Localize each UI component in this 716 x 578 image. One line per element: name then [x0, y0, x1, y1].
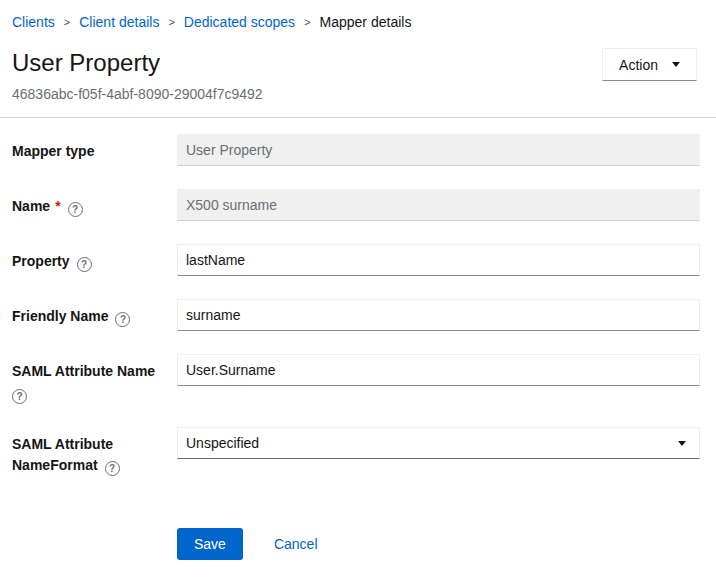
field-label-cell-friendly-name: Friendly Name? [0, 299, 177, 331]
field-control-cell-name [177, 189, 700, 221]
required-indicator: * [55, 198, 60, 214]
field-label-name: Name [12, 198, 50, 214]
breadcrumb-separator: > [168, 14, 174, 30]
select-value-saml-attribute-nameformat: Unspecified [186, 435, 259, 451]
input-mapper-type [177, 134, 700, 166]
field-label-cell-name: Name*? [0, 189, 177, 221]
field-label-mapper-type: Mapper type [12, 143, 94, 159]
help-icon[interactable]: ? [77, 257, 92, 272]
breadcrumb-separator: > [64, 14, 70, 30]
field-control-cell-property [177, 244, 700, 276]
form-row-property: Property? [0, 244, 716, 276]
help-icon[interactable]: ? [68, 202, 83, 217]
field-label-cell-mapper-type: Mapper type [0, 134, 177, 166]
help-icon[interactable]: ? [105, 461, 120, 476]
form-actions: Save Cancel [0, 528, 716, 560]
page-title: User Property [12, 48, 263, 78]
breadcrumb: Clients>Client details>Dedicated scopes>… [0, 0, 716, 30]
field-label-cell-saml-attribute-name: SAML Attribute Name? [0, 354, 177, 404]
breadcrumb-separator: > [304, 14, 310, 30]
field-label-property: Property [12, 253, 70, 269]
select-saml-attribute-nameformat[interactable]: Unspecified [177, 427, 700, 459]
field-control-cell-mapper-type [177, 134, 700, 166]
help-icon[interactable]: ? [115, 312, 130, 327]
breadcrumb-item-mapper-details: Mapper details [320, 14, 412, 30]
breadcrumb-item-clients[interactable]: Clients [12, 14, 55, 30]
mapper-id: 46836abc-f05f-4abf-8090-29004f7c9492 [12, 86, 263, 102]
mapper-form: Mapper typeName*?Property?Friendly Name?… [0, 118, 716, 476]
breadcrumb-item-dedicated-scopes[interactable]: Dedicated scopes [184, 14, 295, 30]
input-friendly-name[interactable] [177, 299, 700, 331]
cancel-link[interactable]: Cancel [274, 536, 318, 552]
breadcrumb-item-client-details[interactable]: Client details [79, 14, 159, 30]
action-dropdown-button[interactable]: Action [602, 48, 697, 81]
field-label-saml-attribute-nameformat: SAML Attribute NameFormat [12, 436, 113, 473]
help-icon[interactable]: ? [12, 389, 27, 404]
title-block: User Property 46836abc-f05f-4abf-8090-29… [12, 48, 263, 102]
input-name [177, 189, 700, 221]
form-row-saml-attribute-nameformat: SAML Attribute NameFormat?Unspecified [0, 427, 716, 476]
form-row-friendly-name: Friendly Name? [0, 299, 716, 331]
field-control-cell-friendly-name [177, 299, 700, 331]
field-label-saml-attribute-name: SAML Attribute Name [12, 363, 155, 379]
caret-down-icon [672, 62, 680, 67]
action-dropdown-label: Action [619, 57, 658, 73]
page-header: User Property 46836abc-f05f-4abf-8090-29… [0, 30, 716, 102]
field-label-cell-property: Property? [0, 244, 177, 276]
save-button[interactable]: Save [177, 528, 243, 560]
form-row-mapper-type: Mapper type [0, 134, 716, 166]
input-saml-attribute-name[interactable] [177, 354, 700, 386]
field-control-cell-saml-attribute-nameformat: Unspecified [177, 427, 700, 476]
form-row-name: Name*? [0, 189, 716, 221]
field-control-cell-saml-attribute-name [177, 354, 700, 404]
input-property[interactable] [177, 244, 700, 276]
field-label-cell-saml-attribute-nameformat: SAML Attribute NameFormat? [0, 427, 177, 476]
field-label-friendly-name: Friendly Name [12, 308, 108, 324]
form-row-saml-attribute-name: SAML Attribute Name? [0, 354, 716, 404]
caret-down-icon [678, 441, 686, 446]
